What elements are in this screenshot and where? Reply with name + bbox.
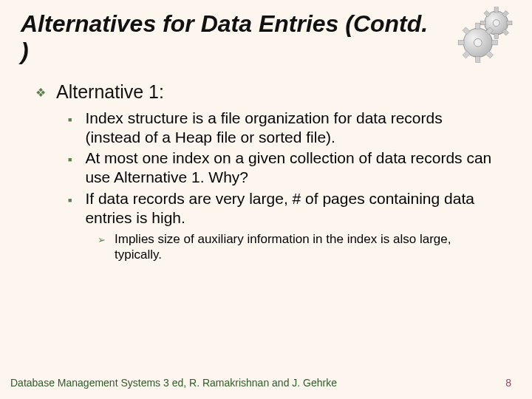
page-number: 8 (505, 377, 511, 389)
svg-rect-14 (458, 41, 464, 45)
square-bullet-icon: ■ (68, 191, 72, 210)
sub-bullet-list: ➢ Implies size of auxiliary information … (68, 232, 511, 262)
bullet-text: At most one index on a given collection … (85, 149, 499, 188)
heading-row: ❖ Alternative 1: (35, 81, 511, 103)
footer-text: Database Management Systems 3 ed, R. Ram… (10, 377, 337, 389)
svg-rect-13 (491, 41, 497, 45)
body: ❖ Alternative 1: ■ Index structure is a … (21, 81, 511, 263)
svg-point-19 (474, 38, 482, 47)
svg-rect-11 (476, 23, 480, 29)
list-item: ■ Index structure is a file organization… (68, 109, 511, 148)
square-bullet-icon: ■ (68, 110, 72, 129)
svg-point-9 (493, 20, 499, 27)
svg-rect-2 (494, 33, 498, 38)
square-bullet-icon: ■ (68, 150, 72, 169)
bullet-text: Index structure is a file organization f… (85, 109, 499, 148)
bullet-list: ■ Index structure is a file organization… (35, 109, 511, 263)
footer: Database Management Systems 3 ed, R. Ram… (0, 377, 532, 389)
sub-bullet-text: Implies size of auxiliary information in… (115, 232, 484, 262)
list-item: ■ If data records are very large, # of p… (68, 189, 511, 228)
svg-rect-3 (507, 21, 512, 24)
list-item: ■ At most one index on a given collectio… (68, 149, 511, 188)
svg-rect-4 (480, 21, 485, 24)
section-heading: Alternative 1: (56, 81, 164, 103)
svg-rect-12 (476, 56, 480, 62)
slide: Alternatives for Data Entries (Contd. ) … (0, 0, 532, 399)
list-item: ➢ Implies size of auxiliary information … (98, 232, 511, 262)
svg-rect-1 (494, 7, 498, 13)
gears-icon (455, 6, 522, 65)
slide-title: Alternatives for Data Entries (Contd. ) (21, 10, 434, 65)
bullet-text: If data records are very large, # of pag… (85, 189, 499, 228)
arrow-bullet-icon: ➢ (98, 232, 106, 248)
diamond-bullet-icon: ❖ (35, 83, 46, 103)
